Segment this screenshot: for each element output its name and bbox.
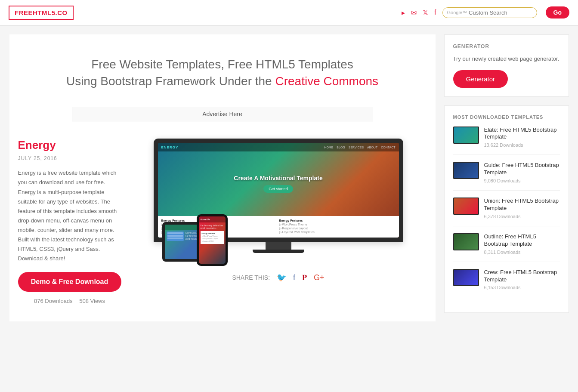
hero-title-part2: Using Bootstrap Framework Under the xyxy=(66,74,272,88)
email-icon[interactable]: ✉ xyxy=(411,9,417,17)
template-thumb xyxy=(453,269,479,286)
phone-screen: About Us Far far away behind the word mo… xyxy=(199,216,226,264)
tablet-sidebar-item-2 xyxy=(167,235,183,237)
facebook-icon[interactable]: f xyxy=(434,9,436,16)
generator-title: GENERATOR xyxy=(453,43,560,49)
nav-link-blog: BLOG xyxy=(337,146,345,149)
tablet-sidebar-item-1 xyxy=(167,232,183,234)
template-item-name: Crew: Free HTML5 Bootstrap Template xyxy=(484,269,560,284)
header: FREEHTML5.CO ▸ ✉ 𝕏 f Google™ Go xyxy=(0,0,578,26)
thumb-screen xyxy=(454,127,478,143)
nav-link-about: ABOUT xyxy=(367,146,377,149)
preview-mockup: ENERGY HOME BLOG SERVICES ABOUT CONTACT xyxy=(154,139,403,266)
main-wrapper: Free Website Templates, Free HTML5 Templ… xyxy=(5,26,573,330)
phone-mockup: About Us Far far away behind the word mo… xyxy=(197,214,228,266)
search-box: Google™ xyxy=(442,7,537,18)
most-downloaded-box: MOST DOWNLOADED TEMPLATES Elate: Free HT… xyxy=(444,105,569,313)
monitor-cta: Get started xyxy=(263,185,293,193)
phone-content: Far far away behind the word mountains..… xyxy=(199,222,226,246)
template-info: Energy July 25, 2016 Energy is a free we… xyxy=(18,139,121,304)
template-thumb xyxy=(453,127,479,144)
share-google-icon[interactable]: G+ xyxy=(314,273,325,282)
template-item-info: Union: Free HTML5 Bootstrap Template 6,3… xyxy=(484,198,560,219)
template-preview: ENERGY HOME BLOG SERVICES ABOUT CONTACT xyxy=(130,139,427,304)
template-item-downloads: 6,378 Downloads xyxy=(484,214,560,219)
hero-title-part1: Free Website Templates, Free HTML5 Templ… xyxy=(91,58,353,71)
template-list-item[interactable]: Elate: Free HTML5 Bootstrap Template 13,… xyxy=(453,127,560,155)
search-input[interactable] xyxy=(469,9,525,16)
nav-link-home: HOME xyxy=(324,146,333,149)
monitor-base xyxy=(253,250,304,253)
download-button[interactable]: Demo & Free Download xyxy=(18,272,121,292)
phone-feature-row-1: ▷ WordPress Theme xyxy=(202,235,223,237)
thumb-monitor xyxy=(453,162,479,179)
view-count: 508 Views xyxy=(79,298,105,304)
thumb-monitor xyxy=(453,127,479,144)
template-item-name: Guide: Free HTML5 Bootstrap Template xyxy=(484,162,560,176)
phone-feature-title: Energy Features xyxy=(202,232,223,235)
phone-feature-row-3: ▷ Layered PSD xyxy=(202,240,223,242)
template-thumb xyxy=(453,198,479,215)
hero-title: Free Website Templates, Free HTML5 Templ… xyxy=(27,56,418,90)
template-thumb xyxy=(453,162,479,179)
template-item-downloads: 13,622 Downloads xyxy=(484,142,560,148)
template-item-downloads: 8,311 Downloads xyxy=(484,250,560,255)
generator-button[interactable]: Generator xyxy=(453,70,508,88)
feature-col-title-2: Energy Features xyxy=(279,219,396,222)
share-label: SHARE THIS: xyxy=(232,274,270,281)
go-button[interactable]: Go xyxy=(546,6,569,19)
rss-icon[interactable]: ▸ xyxy=(402,9,405,17)
template-item-name: Union: Free HTML5 Bootstrap Template xyxy=(484,198,560,212)
hero-title-highlight: Creative Commons xyxy=(275,74,378,88)
download-stats: 876 Downloads 508 Views xyxy=(18,298,121,304)
template-date: July 25, 2016 xyxy=(18,155,121,161)
download-count: 876 Downloads xyxy=(34,298,73,304)
generator-box: GENERATOR Try our newly created web page… xyxy=(444,34,569,97)
google-label: Google™ xyxy=(447,10,467,15)
monitor-hero: Create A Motivational Template Get start… xyxy=(158,151,399,216)
template-item-info: Elate: Free HTML5 Bootstrap Template 13,… xyxy=(484,127,560,148)
feature-row-5: ▷ Responsive Layout xyxy=(279,227,396,230)
template-item-downloads: 9,080 Downloads xyxy=(484,178,560,183)
template-name: Energy xyxy=(18,139,121,152)
thumb-screen xyxy=(454,198,478,214)
phone-features: Energy Features ▷ WordPress Theme ▷ Resp… xyxy=(201,231,224,244)
share-pinterest-icon[interactable]: 𝐏 xyxy=(302,273,307,282)
template-list-item[interactable]: Guide: Free HTML5 Bootstrap Template 9,0… xyxy=(453,162,560,191)
most-downloaded-title: MOST DOWNLOADED TEMPLATES xyxy=(453,114,560,120)
template-list: Elate: Free HTML5 Bootstrap Template 13,… xyxy=(453,127,560,297)
template-item-downloads: 6,153 Downloads xyxy=(484,285,560,290)
template-item-info: Guide: Free HTML5 Bootstrap Template 9,0… xyxy=(484,162,560,183)
template-item-info: Crew: Free HTML5 Bootstrap Template 6,15… xyxy=(484,269,560,290)
template-item-name: Outline: Free HTML5 Bootstrap Template xyxy=(484,233,560,248)
tablet-sidebar-item-3 xyxy=(167,238,183,239)
template-list-item[interactable]: Union: Free HTML5 Bootstrap Template 6,3… xyxy=(453,198,560,226)
thumb-monitor xyxy=(453,233,479,250)
share-twitter-icon[interactable]: 🐦 xyxy=(277,273,286,282)
nav-link-contact: CONTACT xyxy=(381,146,395,149)
template-list-item[interactable]: Crew: Free HTML5 Bootstrap Template 6,15… xyxy=(453,269,560,297)
monitor-nav-links: HOME BLOG SERVICES ABOUT CONTACT xyxy=(324,146,395,149)
template-thumb xyxy=(453,233,479,250)
thumb-screen xyxy=(454,234,478,250)
advertise-bar[interactable]: Advertise Here xyxy=(72,107,373,121)
hero-heading: Free Website Templates, Free HTML5 Templ… xyxy=(18,43,427,98)
monitor-stand xyxy=(266,242,291,250)
thumb-screen xyxy=(454,270,478,285)
header-right: ▸ ✉ 𝕏 f Google™ Go xyxy=(402,6,569,19)
generator-desc: Try our newly created web page generator… xyxy=(453,55,560,63)
share-facebook-icon[interactable]: f xyxy=(293,273,295,282)
logo[interactable]: FREEHTML5.CO xyxy=(9,6,74,20)
twitter-icon[interactable]: 𝕏 xyxy=(423,9,428,17)
tablet-sidebar xyxy=(167,231,184,241)
monitor-hero-text: Create A Motivational Template xyxy=(234,175,322,182)
monitor-brand: ENERGY xyxy=(161,145,179,149)
template-list-item[interactable]: Outline: Free HTML5 Bootstrap Template 8… xyxy=(453,233,560,262)
nav-link-services: SERVICES xyxy=(349,146,364,149)
phone-feature-row-2: ▷ Responsive Layout xyxy=(202,238,223,240)
feature-row-4: ▷ WordPress Theme xyxy=(279,223,396,226)
feature-row-6: ▷ Layered PSD Templates xyxy=(279,231,396,234)
share-row: SHARE THIS: 🐦 f 𝐏 G+ xyxy=(232,273,324,282)
thumb-monitor xyxy=(453,198,479,215)
thumb-screen xyxy=(454,163,478,178)
